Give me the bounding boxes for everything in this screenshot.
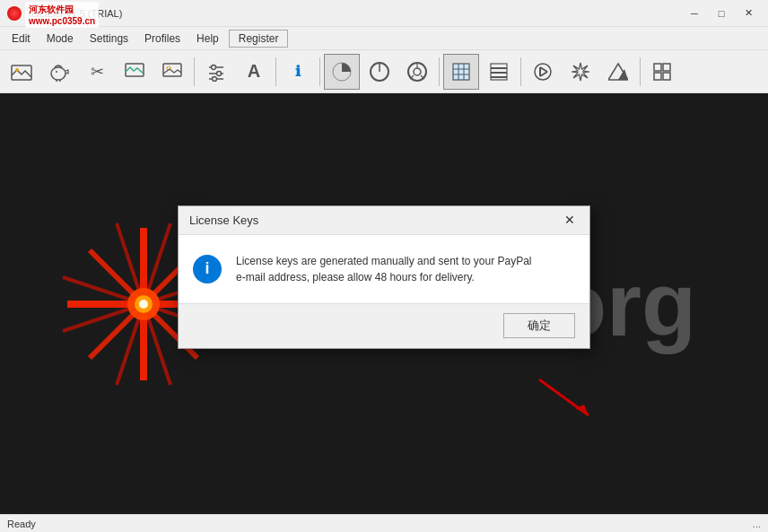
- menu-help[interactable]: Help: [188, 29, 227, 48]
- watermark: 河东软件园 www.pc0359.cn: [25, 2, 99, 28]
- toolbar-separator-3: [319, 57, 320, 86]
- dialog-title: License Keys: [189, 214, 258, 227]
- menu-mode[interactable]: Mode: [39, 29, 82, 48]
- starburst-button[interactable]: [563, 54, 598, 90]
- svg-rect-22: [453, 64, 469, 80]
- toolbar: ✂ A ℹ: [0, 50, 768, 93]
- svg-rect-38: [663, 64, 670, 71]
- svg-rect-40: [663, 73, 670, 80]
- dialog-footer: 确定: [179, 303, 589, 347]
- grid-button[interactable]: [443, 54, 479, 90]
- triangle-button[interactable]: [600, 54, 636, 90]
- lines-button[interactable]: [481, 54, 517, 90]
- toolbar-separator-6: [640, 57, 641, 86]
- menu-profiles[interactable]: Profiles: [136, 29, 188, 48]
- svg-point-31: [535, 64, 551, 80]
- svg-point-10: [212, 65, 216, 69]
- sliders-button[interactable]: [198, 54, 234, 90]
- svg-point-18: [414, 68, 421, 75]
- toolbar-separator-4: [439, 57, 440, 86]
- license-keys-dialog: License Keys ✕ i License keys are genera…: [178, 205, 590, 349]
- circle-button[interactable]: [362, 54, 397, 90]
- svg-line-33: [540, 72, 547, 76]
- title-bar: TclLaser v1.5 (TRIAL) 河东软件园 www.pc0359.c…: [0, 0, 768, 27]
- svg-rect-39: [654, 73, 661, 80]
- svg-point-12: [217, 71, 222, 75]
- watermark-line2: www.pc0359.cn: [29, 16, 95, 26]
- window-controls: ─ □ ✕: [682, 4, 761, 22]
- image-edit-button[interactable]: [117, 54, 153, 90]
- status-text: Ready: [7, 519, 36, 529]
- cut-button[interactable]: ✂: [79, 54, 115, 90]
- toolbar-separator-5: [520, 57, 521, 86]
- maximize-button[interactable]: □: [709, 4, 734, 22]
- minimize-button[interactable]: ─: [682, 4, 707, 22]
- windows-button[interactable]: [644, 54, 680, 90]
- main-area: org License Keys ✕ i License keys are ge…: [0, 93, 768, 514]
- app-icon: [7, 6, 22, 21]
- open-image-button[interactable]: [4, 54, 39, 90]
- dialog-body: i License keys are generated manually an…: [179, 235, 589, 303]
- svg-point-1: [15, 68, 19, 72]
- toolbar-separator-1: [194, 57, 195, 86]
- svg-line-32: [540, 67, 547, 72]
- piggy-bank-button[interactable]: [41, 54, 77, 90]
- dialog-overlay: License Keys ✕ i License keys are genera…: [0, 93, 768, 514]
- info-icon: i: [193, 255, 222, 283]
- image-view-button[interactable]: [154, 54, 190, 90]
- text-tool-button[interactable]: A: [236, 54, 272, 90]
- svg-point-2: [51, 67, 65, 80]
- pie-button[interactable]: [324, 54, 360, 90]
- status-dots: ...: [753, 519, 761, 529]
- menu-settings[interactable]: Settings: [82, 29, 136, 48]
- close-button[interactable]: ✕: [736, 4, 761, 22]
- menu-bar: Edit Mode Settings Profiles Help Registe…: [0, 27, 768, 50]
- dialog-message: License keys are generated manually and …: [236, 253, 532, 285]
- svg-point-3: [56, 71, 57, 73]
- register-button[interactable]: Register: [229, 30, 289, 48]
- chrome-button[interactable]: [399, 54, 435, 90]
- run-button[interactable]: [525, 54, 561, 90]
- toolbar-separator-2: [275, 57, 276, 86]
- svg-point-14: [213, 76, 217, 81]
- ok-button[interactable]: 确定: [503, 313, 575, 338]
- watermark-line1: 河东软件园: [29, 4, 95, 16]
- menu-edit[interactable]: Edit: [4, 29, 39, 48]
- dialog-title-bar: License Keys ✕: [179, 206, 589, 235]
- status-bar: Ready ...: [0, 514, 768, 532]
- svg-rect-37: [654, 64, 661, 71]
- info-button[interactable]: ℹ: [280, 54, 316, 90]
- dialog-close-button[interactable]: ✕: [561, 211, 579, 229]
